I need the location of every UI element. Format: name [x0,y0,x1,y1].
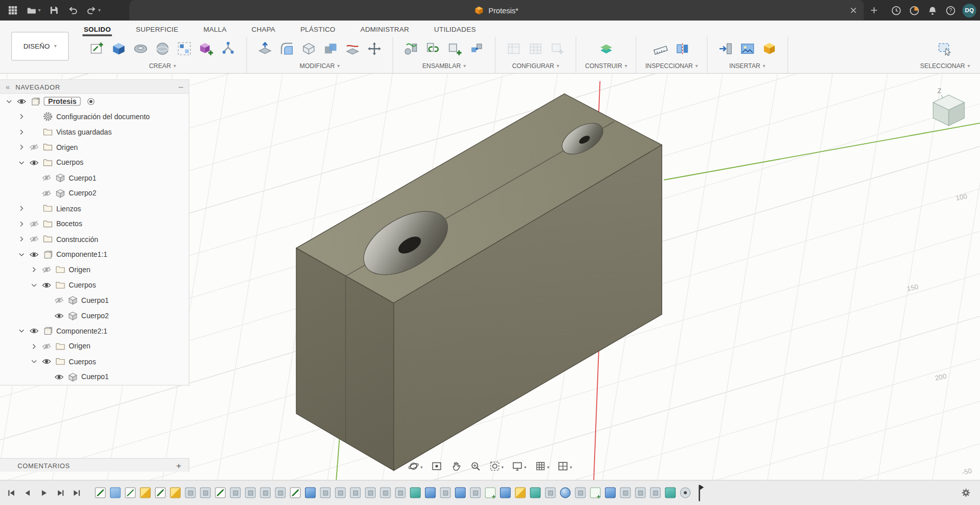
visibility-off-icon[interactable] [27,221,41,227]
comments-panel[interactable]: COMENTARIOS + [0,458,189,472]
timeline-feature-gray[interactable] [635,488,646,498]
timeline-playhead[interactable] [697,485,705,501]
chevron-expanded-icon[interactable] [29,281,39,289]
new-component-assemble-button[interactable] [446,40,465,59]
timeline-feature-gray[interactable] [650,488,661,498]
browser-item-construccion[interactable]: Construcción [0,231,189,247]
chevron-expanded-icon[interactable] [16,251,27,258]
timeline-feature-sketch[interactable] [125,488,136,498]
derive-button[interactable] [219,40,237,59]
joint-origin-button[interactable] [468,40,487,59]
visibility-on-icon[interactable] [39,282,53,289]
browser-item-cuerpos[interactable]: Cuerpos [0,277,189,293]
visibility-off-icon[interactable] [39,267,53,273]
step-back-button[interactable] [21,487,34,499]
fillet-button[interactable] [277,40,296,59]
ribbon-group-menu-insertar[interactable]: INSERTAR▾ [729,62,765,69]
torus-primitive-button[interactable] [131,40,150,59]
help-button[interactable]: ? [944,4,956,16]
timeline-feature-extrude[interactable] [500,488,511,498]
timeline-feature-sketch[interactable] [95,488,106,498]
browser-item-componente2-1[interactable]: Componente2:1 [0,323,189,339]
timeline-feature-gray[interactable] [365,488,376,498]
minimize-panel-icon[interactable]: – [179,82,183,91]
timeline-feature-extrude[interactable] [425,488,435,498]
chevron-collapsed-icon[interactable] [16,113,27,121]
measure-button[interactable] [651,40,670,59]
browser-item-cuerpo2[interactable]: Cuerpo2 [0,186,189,201]
app-launcher-button[interactable] [6,4,19,17]
shell-button[interactable] [299,40,318,59]
visibility-on-icon[interactable] [39,358,53,365]
browser-item-bocetos[interactable]: Bocetos [0,216,189,232]
ribbon-group-menu-ensamblar[interactable]: ENSAMBLAR▾ [422,62,466,69]
timeline-feature-sphere[interactable] [560,488,571,498]
visibility-on-icon[interactable] [52,312,66,319]
timeline-feature-sketch[interactable] [290,488,301,498]
insert-canvas-button[interactable] [738,40,757,59]
timeline-track[interactable] [95,485,705,501]
ribbon-tab-administrar[interactable]: ADMINISTRAR [359,25,410,36]
ribbon-group-menu-inspeccionar[interactable]: INSPECCIONAR▾ [645,62,698,69]
timeline-feature-gray[interactable] [395,488,406,498]
connection-status-button[interactable] [908,4,921,16]
chevron-collapsed-icon[interactable] [29,343,39,350]
browser-item-origen[interactable]: Origen [0,339,189,354]
viewports-button[interactable]: ▾ [556,459,574,475]
go-to-start-button[interactable] [5,487,17,499]
timeline-feature-gray[interactable] [200,488,211,498]
create-sketch-button[interactable] [88,40,106,59]
browser-item-origen[interactable]: Origen [0,140,189,155]
timeline-feature-chamfer[interactable] [170,488,181,498]
sphere-primitive-button[interactable] [153,40,172,59]
timeline-feature-extrude[interactable] [455,488,466,498]
timeline-feature-component[interactable] [485,488,496,498]
browser-item-componente1-1[interactable]: Componente1:1 [0,247,189,262]
browser-item-vistas-guardadas[interactable]: Vistas guardadas [0,124,189,140]
visibility-off-icon[interactable] [39,343,53,349]
redo-button[interactable]: ▾ [85,4,102,17]
timeline-feature-chamfer[interactable] [515,488,526,498]
pan-button[interactable] [449,459,463,475]
section-analysis-button[interactable] [673,40,692,59]
visibility-off-icon[interactable] [52,297,66,303]
display-settings-button[interactable]: ▾ [510,459,528,475]
chevron-collapsed-icon[interactable] [29,266,39,274]
browser-item-cuerpo1[interactable]: Cuerpo1 [0,293,189,308]
press-pull-button[interactable] [256,40,275,59]
timeline-feature-gray[interactable] [470,488,481,498]
fit-button[interactable]: ▾ [488,459,505,475]
visibility-on-icon[interactable] [14,98,28,104]
timeline-feature-teal[interactable] [410,488,421,498]
timeline-feature-gray[interactable] [275,488,286,498]
ribbon-tab-solido[interactable]: SOLIDO [82,25,112,36]
timeline-feature-hole[interactable] [680,488,691,498]
visibility-off-icon[interactable] [27,236,41,243]
insert-derive-button[interactable] [716,40,735,59]
as-built-joint-button[interactable] [424,40,443,59]
visibility-on-icon[interactable] [52,374,66,380]
timeline-feature-gray[interactable] [545,488,556,498]
chevron-collapsed-icon[interactable] [16,220,27,228]
timeline-feature-gray[interactable] [575,488,586,498]
save-button[interactable] [48,4,61,17]
new-component-button[interactable] [197,40,216,59]
visibility-off-icon[interactable] [39,174,53,181]
document-tab[interactable]: Protesis* [129,0,864,20]
activate-component-radio[interactable] [87,97,95,105]
look-at-button[interactable] [429,459,443,475]
chevron-expanded-icon[interactable] [29,358,39,365]
browser-item-cuerpo2[interactable]: Cuerpo2 [0,308,189,323]
joint-button[interactable] [402,40,421,59]
ribbon-group-menu-crear[interactable]: CREAR▾ [149,62,176,69]
timeline-feature-gray[interactable] [440,488,451,498]
timeline-feature-gray[interactable] [245,488,256,498]
timeline-feature-teal[interactable] [665,488,676,498]
timeline-feature-gray[interactable] [350,488,361,498]
timeline-feature-sketch[interactable] [155,488,166,498]
chevron-collapsed-icon[interactable] [16,144,27,151]
ribbon-group-menu-modificar[interactable]: MODIFICAR▾ [300,62,340,69]
add-comment-button[interactable]: + [175,461,183,470]
chevron-collapsed-icon[interactable] [16,235,27,243]
workspace-selector[interactable]: DISEÑO ▾ [11,32,69,60]
